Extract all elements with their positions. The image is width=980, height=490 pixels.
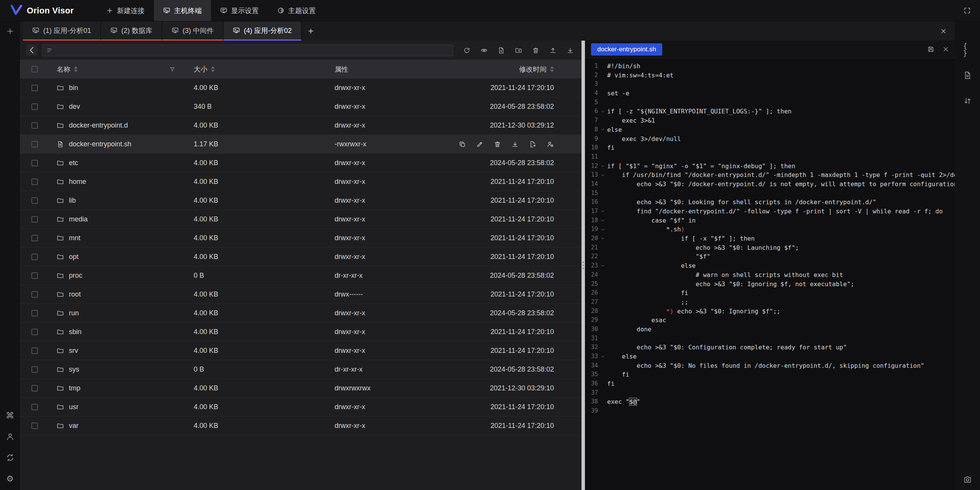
table-row[interactable]: docker-entrypoint.d4.00 KBdrwxr-xr-x2021…: [20, 116, 581, 135]
filter-icon[interactable]: [169, 66, 175, 72]
sort-name-icon[interactable]: [74, 66, 78, 72]
row-name[interactable]: mnt: [69, 234, 80, 242]
table-row[interactable]: docker-entrypoint.sh1.17 KB-rwxrwxr-x: [20, 135, 581, 154]
table-row[interactable]: sbin4.00 KBdrwxr-xr-x2021-11-24 17:20:10: [20, 323, 581, 341]
download-icon[interactable]: [511, 141, 519, 148]
move-icon[interactable]: [529, 141, 536, 148]
fold-icon[interactable]: [598, 125, 607, 134]
fold-icon[interactable]: [598, 352, 607, 361]
sort-mtime-icon[interactable]: [550, 66, 554, 72]
table-row[interactable]: usr4.00 KBdrwxr-xr-x2021-11-24 17:20:10: [20, 398, 581, 416]
row-name[interactable]: root: [69, 290, 81, 298]
col-mtime-label[interactable]: 修改时间: [519, 65, 547, 74]
braces-icon[interactable]: { }: [963, 45, 972, 54]
row-name[interactable]: run: [69, 309, 79, 317]
document-icon[interactable]: [963, 71, 972, 80]
panel-splitter[interactable]: [581, 41, 585, 490]
table-row[interactable]: srv4.00 KBdrwxr-xr-x2021-11-24 17:20:10: [20, 341, 581, 360]
row-checkbox[interactable]: [31, 310, 38, 316]
delete-icon[interactable]: [532, 47, 539, 54]
row-checkbox[interactable]: [31, 347, 38, 354]
editor-file-tab[interactable]: docker-entrypoint.sh: [591, 43, 662, 56]
row-name[interactable]: sys: [69, 365, 79, 374]
row-checkbox[interactable]: [31, 329, 38, 335]
session-tab[interactable]: (1) 应用-分析01: [23, 21, 101, 41]
preview-icon[interactable]: [480, 47, 488, 54]
table-row[interactable]: lib4.00 KBdrwxr-xr-x2021-11-24 17:20:10: [20, 191, 581, 210]
row-name[interactable]: var: [69, 422, 78, 430]
sort-size-icon[interactable]: [211, 66, 215, 72]
row-name[interactable]: proc: [69, 272, 82, 280]
fold-icon[interactable]: [598, 170, 607, 180]
swap-lines-icon[interactable]: [963, 97, 972, 105]
row-name[interactable]: sbin: [69, 328, 82, 336]
row-checkbox[interactable]: [31, 404, 38, 410]
row-name[interactable]: etc: [69, 159, 78, 167]
col-name-label[interactable]: 名称: [57, 65, 70, 74]
table-row[interactable]: opt4.00 KBdrwxr-xr-x2021-11-24 17:20:10: [20, 247, 581, 266]
session-tab[interactable]: (4) 应用-分析02: [224, 21, 302, 41]
table-row[interactable]: root4.00 KBdrwx------2021-11-24 17:20:10: [20, 285, 581, 304]
session-tab[interactable]: (3) 中间件: [162, 21, 224, 41]
brand[interactable]: Orion Visor: [0, 5, 84, 16]
new-file-icon[interactable]: [498, 47, 505, 54]
path-list-icon[interactable]: [46, 47, 52, 53]
table-row[interactable]: home4.00 KBdrwxr-xr-x2021-11-24 17:20:10: [20, 172, 581, 191]
fold-icon[interactable]: [598, 107, 607, 116]
fold-icon[interactable]: [598, 162, 607, 171]
table-row[interactable]: run4.00 KBdrwxr-xr-x2024-05-28 23:58:02: [20, 304, 581, 323]
row-checkbox[interactable]: [31, 141, 38, 147]
new-folder-icon[interactable]: [515, 47, 522, 54]
table-row[interactable]: media4.00 KBdrwxr-xr-x2021-11-24 17:20:1…: [20, 210, 581, 229]
download-icon[interactable]: [567, 47, 574, 54]
menu-item-display[interactable]: 显示设置: [211, 0, 268, 21]
delete-icon[interactable]: [494, 141, 501, 148]
settings-gear-icon[interactable]: ⚙: [6, 474, 15, 483]
menu-item-palette[interactable]: 主题设置: [268, 0, 325, 21]
row-name[interactable]: media: [69, 215, 88, 223]
row-checkbox[interactable]: [31, 179, 38, 185]
table-row[interactable]: mnt4.00 KBdrwxr-xr-x2021-11-24 17:20:10: [20, 229, 581, 247]
add-tab-button[interactable]: +: [302, 21, 320, 41]
row-name[interactable]: bin: [69, 84, 78, 92]
row-checkbox[interactable]: [31, 254, 38, 260]
upload-icon[interactable]: [549, 47, 557, 54]
fullscreen-icon[interactable]: [964, 7, 971, 14]
copy-icon[interactable]: [459, 141, 466, 148]
row-name[interactable]: usr: [69, 403, 78, 411]
table-row[interactable]: etc4.00 KBdrwxr-xr-x2024-05-28 23:58:02: [20, 154, 581, 172]
code-area[interactable]: 1#!/bin/sh2# vim:sw=4:ts=4:et34set -e56i…: [585, 58, 955, 490]
row-checkbox[interactable]: [31, 385, 38, 392]
row-checkbox[interactable]: [31, 122, 38, 129]
session-tab[interactable]: (2) 数据库: [101, 21, 162, 41]
edit-icon[interactable]: [476, 141, 483, 148]
table-row[interactable]: dev340 Bdrwxr-xr-x2024-05-28 23:58:02: [20, 97, 581, 116]
fold-icon[interactable]: [598, 261, 607, 270]
table-row[interactable]: sys0 Bdr-xr-xr-x2024-05-28 23:58:02: [20, 360, 581, 379]
row-checkbox[interactable]: [31, 216, 38, 223]
row-name[interactable]: home: [69, 178, 86, 186]
row-name[interactable]: docker-entrypoint.d: [69, 121, 128, 129]
row-checkbox[interactable]: [31, 366, 38, 373]
permission-icon[interactable]: [547, 141, 554, 148]
camera-icon[interactable]: [963, 475, 972, 484]
table-row[interactable]: tmp4.00 KBdrwxrwxrwx2021-12-30 03:29:10: [20, 379, 581, 398]
row-checkbox[interactable]: [31, 160, 38, 166]
row-name[interactable]: opt: [69, 253, 78, 261]
row-name[interactable]: tmp: [69, 384, 80, 392]
sync-icon[interactable]: [6, 453, 15, 462]
row-checkbox[interactable]: [31, 85, 38, 91]
row-checkbox[interactable]: [31, 235, 38, 241]
save-icon[interactable]: [927, 46, 934, 53]
row-name[interactable]: dev: [69, 103, 80, 111]
menu-item-plus[interactable]: 新建连接: [97, 0, 154, 21]
fold-icon[interactable]: [598, 234, 607, 243]
fold-icon[interactable]: [598, 225, 607, 234]
row-name[interactable]: srv: [69, 347, 78, 355]
close-icon[interactable]: [940, 28, 947, 35]
row-checkbox[interactable]: [31, 423, 38, 429]
row-name[interactable]: docker-entrypoint.sh: [69, 140, 131, 148]
row-checkbox[interactable]: [31, 291, 38, 298]
add-terminal-icon[interactable]: [6, 27, 15, 36]
row-checkbox[interactable]: [31, 103, 38, 110]
